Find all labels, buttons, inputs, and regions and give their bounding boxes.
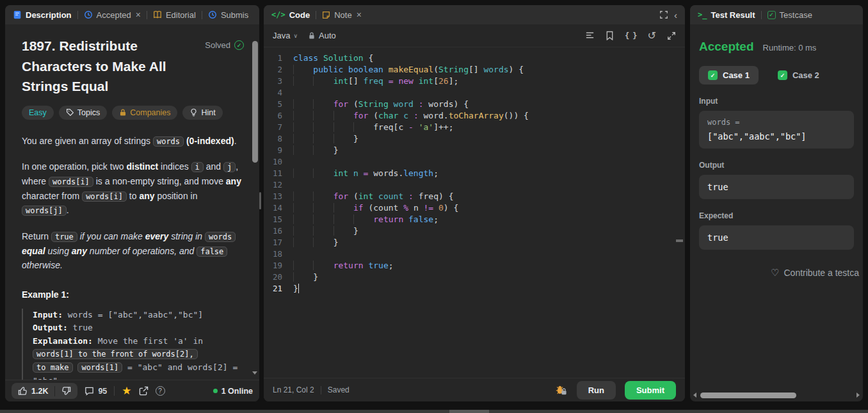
case-pass-icon: ✓ [708, 70, 718, 80]
window-scrollbar-thumb[interactable] [449, 410, 489, 413]
auto-toggle[interactable]: Auto [308, 31, 336, 40]
collapse-panel-icon[interactable]: ‹ [674, 10, 677, 20]
scrollbar-left-arrow[interactable] [693, 393, 696, 398]
solved-check-icon: ✓ [234, 40, 244, 50]
line-number[interactable]: 21 [264, 283, 293, 295]
code-line[interactable]: 9 } [264, 145, 685, 156]
code-line[interactable]: 1class Solution { [264, 53, 685, 64]
horizontal-scrollbar-thumb[interactable] [700, 393, 796, 398]
line-number[interactable]: 6 [264, 110, 293, 122]
description-footer: 1.2K 95 ★ ? 1 Online [5, 380, 259, 401]
code-line[interactable]: 3 int[] freq = new int[26]; [264, 76, 685, 87]
chevron-down-icon: ∨ [293, 33, 298, 39]
code-line[interactable]: 8 } [264, 133, 685, 145]
dislike-button[interactable] [55, 383, 77, 399]
code-line[interactable]: 10 [264, 156, 685, 168]
input-box: words = ["abc","aabc","bc"] [699, 111, 854, 149]
line-number[interactable]: 13 [264, 191, 293, 202]
line-number[interactable]: 14 [264, 202, 293, 214]
reset-code-icon[interactable]: ↺ [648, 29, 656, 42]
runtime-label: Runtime: 0 ms [763, 43, 817, 53]
snippets-icon[interactable]: { } [625, 31, 637, 40]
code-line[interactable]: 11 int n = words.length; [264, 168, 685, 179]
line-number[interactable]: 17 [264, 237, 293, 248]
comments-button[interactable]: 95 [84, 386, 107, 396]
line-number[interactable]: 5 [264, 99, 293, 110]
share-icon[interactable] [139, 386, 149, 396]
window-horizontal-scrollbar[interactable] [0, 410, 868, 413]
tab-testcase[interactable]: ✓ Testcase [768, 10, 812, 20]
code-line[interactable]: 4 [264, 87, 685, 99]
language-selector[interactable]: Java ∨ [273, 31, 298, 40]
line-number[interactable]: 19 [264, 260, 293, 271]
code-line[interactable]: 2 public boolean makeEqual(String[] word… [264, 64, 685, 76]
case-2-tab[interactable]: ✓ Case 2 [769, 66, 828, 85]
code-line[interactable]: 12 [264, 179, 685, 191]
fullscreen-icon[interactable] [659, 10, 668, 19]
line-number[interactable]: 2 [264, 64, 293, 76]
line-number[interactable]: 20 [264, 271, 293, 283]
code-line[interactable]: 6 for (char c : word.toCharArray()) { [264, 110, 685, 122]
tab-test-result[interactable]: >_ Test Result [698, 10, 755, 20]
line-number[interactable]: 12 [264, 179, 293, 191]
like-button[interactable]: 1.2K [12, 383, 54, 399]
companies-button[interactable]: Companies [112, 106, 177, 120]
line-number[interactable]: 3 [264, 76, 293, 87]
close-icon[interactable]: × [357, 10, 362, 20]
topics-button[interactable]: Topics [59, 106, 107, 120]
difficulty-badge[interactable]: Easy [22, 106, 54, 120]
code-line[interactable]: 13 for (int count : freq) { [264, 191, 685, 202]
tab-editorial[interactable]: Editorial [153, 10, 196, 20]
line-number[interactable]: 11 [264, 168, 293, 179]
code-line[interactable]: 18 [264, 248, 685, 260]
tab-note[interactable]: Note × [322, 10, 362, 20]
format-code-icon[interactable] [585, 31, 595, 40]
horizontal-scrollbar[interactable] [693, 392, 860, 398]
code-line[interactable]: 7 freq[c - 'a']++; [264, 122, 685, 133]
vertical-scrollbar-thumb[interactable] [252, 41, 258, 163]
code-editor[interactable]: 1class Solution {2 public boolean makeEq… [264, 48, 685, 378]
scrollbar-right-arrow[interactable] [856, 393, 860, 398]
editor-statusbar: Ln 21, Col 2 Saved Run Submit [264, 378, 685, 401]
left-tabbar: Description Accepted × Editorial Submis [5, 5, 259, 24]
help-icon[interactable]: ? [156, 386, 165, 396]
run-button[interactable]: Run [577, 381, 616, 400]
code-line[interactable]: 15 return false; [264, 214, 685, 225]
line-number[interactable]: 10 [264, 156, 293, 168]
case-1-tab[interactable]: ✓ Case 1 [699, 66, 759, 85]
code-line[interactable]: 19 return true; [264, 260, 685, 271]
save-status: Saved [328, 385, 350, 394]
code-line[interactable]: 16 } [264, 225, 685, 237]
line-number[interactable]: 16 [264, 225, 293, 237]
code-line[interactable]: 14 if (count % n != 0) { [264, 202, 685, 214]
case-pass-icon: ✓ [778, 70, 787, 80]
vote-group: 1.2K [12, 383, 77, 399]
close-icon[interactable]: × [136, 10, 141, 20]
bookmark-icon[interactable] [606, 31, 614, 40]
line-number[interactable]: 18 [264, 248, 293, 260]
problem-paragraph: You are given an array of strings words … [22, 134, 244, 149]
tab-submissions[interactable]: Submis [208, 10, 248, 20]
scrollbar-down-arrow[interactable] [252, 371, 257, 375]
code-line[interactable]: 5 for (String word : words) { [264, 99, 685, 110]
code-line[interactable]: 20 } [264, 271, 685, 283]
line-number[interactable]: 9 [264, 145, 293, 156]
debugger-locked-icon[interactable] [554, 384, 568, 396]
contribute-testcase-link[interactable]: ♡ Contribute a testca [699, 267, 859, 279]
code-line[interactable]: 21} [264, 283, 685, 295]
line-number[interactable]: 7 [264, 122, 293, 133]
submit-button[interactable]: Submit [625, 381, 676, 400]
line-number[interactable]: 8 [264, 133, 293, 145]
tab-description[interactable]: Description [13, 10, 72, 20]
output-label: Output [699, 161, 854, 170]
line-number[interactable]: 15 [264, 214, 293, 225]
expand-editor-icon[interactable] [667, 31, 676, 40]
line-number[interactable]: 4 [264, 87, 293, 99]
code-line[interactable]: 17 } [264, 237, 685, 248]
line-number[interactable]: 1 [264, 53, 293, 64]
tab-code[interactable]: </> Code [271, 10, 310, 20]
tab-accepted[interactable]: Accepted × [84, 10, 141, 20]
hint-button[interactable]: Hint [182, 106, 222, 120]
panel-resize-handle[interactable] [259, 192, 261, 209]
favorite-star-icon[interactable]: ★ [122, 384, 131, 398]
